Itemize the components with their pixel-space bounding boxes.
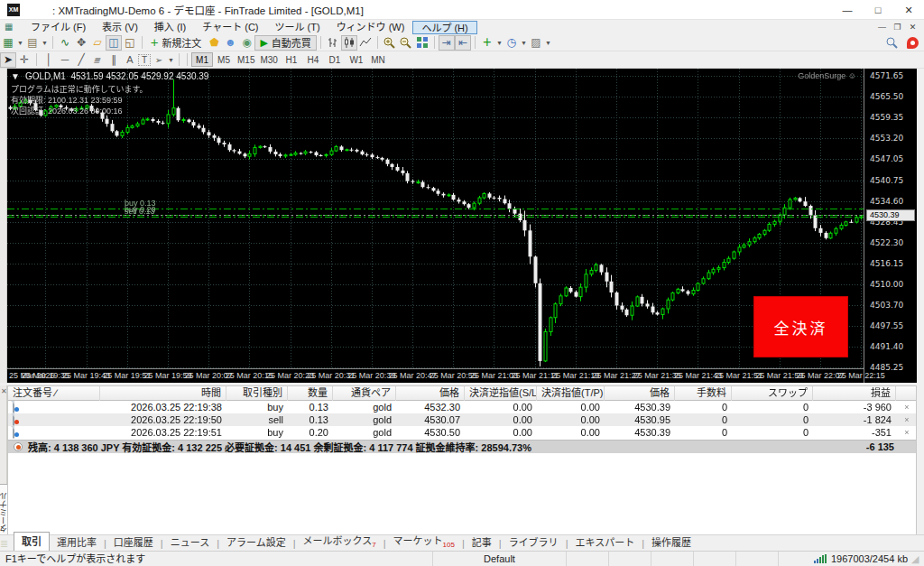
menu-7[interactable]: ヘルプ (H) [412, 21, 476, 34]
market-watch-icon[interactable]: ◫ [106, 35, 122, 51]
mdi-minimize-button[interactable]: — [874, 21, 890, 33]
resize-grip[interactable]: ◢ [911, 552, 924, 566]
chart-plot[interactable]: ▼GOLD,M1 4531.59 4532.05 4529.92 4530.39… [7, 69, 864, 368]
timeframe-MN[interactable]: MN [367, 52, 389, 67]
close-all-button[interactable]: 全決済 [753, 296, 848, 357]
timeframe-M5[interactable]: M5 [213, 52, 235, 67]
news-icon[interactable]: ◉ [238, 35, 254, 51]
timeframe-H4[interactable]: H4 [302, 52, 324, 67]
tab-マーケット[interactable]: マーケット105 [386, 532, 462, 551]
crosshair-tool-icon[interactable]: ✛ [16, 52, 32, 68]
auto-trading-button[interactable]: ▶自動売買 [254, 35, 316, 51]
mdi-close-button[interactable]: ✕ [905, 21, 920, 33]
order-row[interactable]: 2026.03.25 22:19:51buy0.20gold4530.500.0… [8, 426, 916, 439]
menu-2[interactable]: 表示 (V) [94, 21, 146, 34]
timeframe-M15[interactable]: M15 [235, 52, 257, 67]
profiles-icon[interactable]: ▤ [24, 35, 41, 51]
horizontal-line-tool-icon[interactable]: ─ [57, 52, 73, 68]
tab-エキスパート[interactable]: エキスパート [568, 534, 642, 551]
close-order-icon[interactable]: × [896, 415, 918, 424]
terminal-close-icon[interactable]: ✕ [1, 387, 7, 395]
column-header[interactable]: 価格 [605, 386, 675, 401]
search-icon[interactable] [883, 35, 900, 51]
tab-ニュース[interactable]: ニュース [163, 534, 217, 551]
indicators-dropdown-icon[interactable]: ▼ [495, 35, 504, 51]
menu-6[interactable]: ウィンドウ (W) [328, 21, 413, 34]
menu-1[interactable]: ファイル (F) [23, 21, 94, 34]
new-order-button[interactable]: 🞤新規注文 [146, 35, 206, 51]
maximize-button[interactable]: □ [863, 0, 893, 20]
periods-icon[interactable]: ◷ [504, 35, 520, 51]
profiles-dropdown-icon[interactable]: ▼ [41, 35, 49, 51]
tab-アラーム設定[interactable]: アラーム設定 [219, 534, 293, 551]
vertical-line-tool-icon[interactable]: │ [41, 52, 57, 68]
timeframe-M1[interactable]: M1 [191, 52, 213, 67]
signals-icon[interactable]: ⬟ [206, 35, 222, 51]
new-chart-icon[interactable]: ▦ [0, 35, 16, 51]
indicators-icon[interactable]: 🞤 [479, 35, 495, 51]
ea-smiley-icon[interactable]: ☺ [848, 71, 856, 80]
column-header[interactable]: 通貨ペア [333, 386, 396, 401]
chart-shift-icon[interactable]: ⇥ [439, 35, 455, 51]
timeframe-D1[interactable]: D1 [324, 52, 346, 67]
arrows-tool-icon[interactable]: ➢ [151, 52, 167, 68]
column-header[interactable]: 時間 [100, 386, 226, 401]
candlestick-mode-icon[interactable] [341, 35, 357, 51]
line-chart-mode-icon[interactable] [357, 35, 374, 51]
notification-icon[interactable] [907, 37, 919, 49]
tab-ライブラリ[interactable]: ライブラリ [502, 534, 566, 551]
templates-icon[interactable]: ▨ [528, 35, 544, 51]
price-chart-canvas[interactable] [7, 69, 864, 368]
zoom-out-icon[interactable] [398, 35, 414, 51]
community-icon[interactable]: ☻ [222, 35, 238, 51]
new-chart-dropdown-icon[interactable]: ▼ [16, 35, 24, 51]
menu-5[interactable]: ツール (T) [267, 21, 328, 34]
tab-操作履歴[interactable]: 操作履歴 [644, 534, 698, 551]
crosshair-move-icon[interactable]: ✥ [73, 35, 89, 51]
order-row[interactable]: 2026.03.25 22:19:50sell0.13gold4530.070.… [8, 413, 916, 426]
column-header[interactable]: スワップ [732, 386, 813, 401]
data-window-icon[interactable]: ◱ [122, 35, 138, 51]
order-row[interactable]: 2026.03.25 22:19:38buy0.13gold4532.300.0… [8, 401, 916, 413]
tab-運用比率[interactable]: 運用比率 [50, 534, 104, 551]
cursor-tool-icon[interactable]: ➤ [0, 52, 16, 68]
tab-口座履歴[interactable]: 口座履歴 [106, 534, 161, 551]
column-header[interactable]: 損益 [813, 386, 896, 401]
price-axis[interactable]: 4571.654565.504559.354553.204547.054540.… [864, 69, 917, 383]
mdi-restore-button[interactable]: ❐ [890, 21, 905, 33]
minimize-button[interactable]: — [832, 0, 863, 20]
status-profile[interactable]: Default [433, 552, 567, 566]
templates-dropdown-icon[interactable]: ▼ [544, 35, 552, 51]
bar-chart-mode-icon[interactable] [325, 35, 341, 51]
arrows-dropdown-icon[interactable]: ▼ [167, 52, 175, 68]
column-header[interactable]: 数量 [288, 386, 333, 401]
tab-メールボックス[interactable]: メールボックス7 [296, 532, 383, 551]
tile-windows-icon[interactable] [414, 35, 430, 51]
close-order-icon[interactable]: × [896, 403, 918, 412]
column-header[interactable]: 決済指値(T/P) [537, 386, 605, 401]
timeframe-H1[interactable]: H1 [281, 52, 302, 67]
tick-chart-icon[interactable]: ∿ [57, 35, 73, 51]
periods-dropdown-icon[interactable]: ▼ [520, 35, 528, 51]
column-header[interactable]: 注文番号 ∕ [8, 386, 100, 401]
timeframe-W1[interactable]: W1 [346, 52, 367, 67]
timeframe-M30[interactable]: M30 [257, 52, 280, 67]
close-order-icon[interactable]: × [896, 428, 918, 437]
close-button[interactable]: ✕ [893, 0, 924, 20]
tab-取引[interactable]: 取引 [14, 532, 50, 552]
auto-scroll-icon[interactable]: ⇤ [455, 35, 471, 51]
menu-3[interactable]: 挿入 (I) [146, 21, 194, 34]
text-label-tool-icon[interactable]: T [138, 54, 151, 66]
zoom-in-icon[interactable] [382, 35, 398, 51]
menu-4[interactable]: チャート (C) [194, 21, 266, 34]
text-tool-icon[interactable]: A [122, 52, 138, 68]
column-header[interactable]: 価格 [396, 386, 465, 401]
column-header[interactable]: 取引種別 [226, 386, 288, 401]
tab-記事[interactable]: 記事 [465, 534, 499, 551]
collapse-icon[interactable]: ▼ [11, 71, 20, 81]
time-axis[interactable]: 25 Mar 202625 Mar 19:3525 Mar 19:4325 Ma… [7, 368, 864, 383]
channel-tool-icon[interactable]: ∥ [106, 52, 122, 68]
favorites-icon[interactable]: ▱ [89, 35, 106, 51]
column-header[interactable]: 手数料 [675, 386, 732, 401]
column-header[interactable]: 決済逆指値(S/L) [465, 386, 537, 401]
